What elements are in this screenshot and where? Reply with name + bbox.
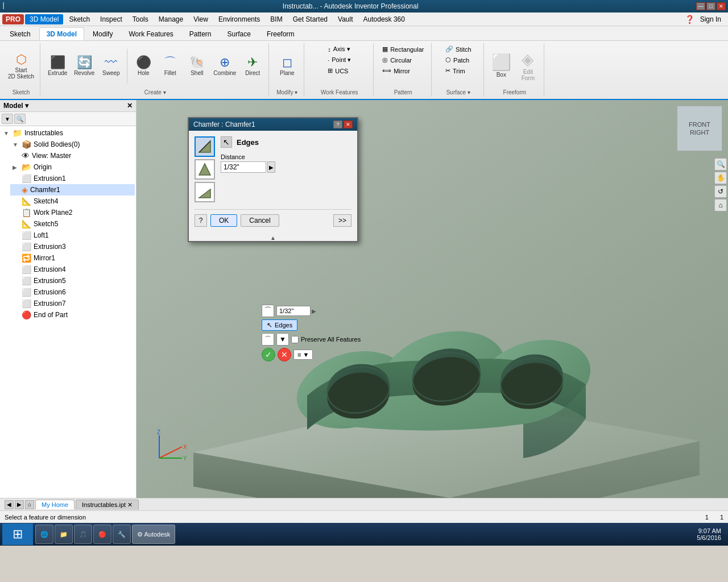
minimize-button[interactable]: — <box>696 2 705 10</box>
circular-button[interactable]: ◎ Circular <box>380 55 426 65</box>
tree-item-endofpart[interactable]: 🔴 End of Part <box>10 309 135 321</box>
start-button[interactable]: ⊞ <box>2 523 33 545</box>
taskbar-ie[interactable]: 🌐 <box>35 525 53 544</box>
chamfer-type-2[interactable] <box>195 159 215 180</box>
chamfer-type-1[interactable] <box>195 136 215 157</box>
menu-3dmodel[interactable]: 3D Model <box>25 14 63 24</box>
edit-form-button[interactable]: ◈ EditForm <box>515 49 540 84</box>
zoom-button[interactable]: 🔍 <box>714 158 727 171</box>
tree-item-solidbodies[interactable]: ▼ 📦 Solid Bodies(0) <box>10 139 135 150</box>
nav-home-button[interactable]: ⌂ <box>25 500 34 509</box>
ucs-button[interactable]: ⊞ UCS <box>325 66 353 76</box>
orbit-button[interactable]: ↺ <box>714 185 727 198</box>
chamfer-expand-button[interactable]: >> <box>333 214 351 227</box>
taskbar-explorer[interactable]: 📁 <box>55 525 73 544</box>
menu-sketch[interactable]: Sketch <box>64 14 94 24</box>
navigation-cube[interactable]: FRONTRIGHT <box>677 106 722 151</box>
axis-button[interactable]: ↕ Axis ▾ <box>325 44 353 54</box>
nav-right-button[interactable]: ▶ <box>15 500 24 509</box>
tree-item-extrusion7[interactable]: ⬜ Extrusion7 <box>10 298 135 309</box>
tree-item-viewmaster[interactable]: 👁 View: Master <box>10 150 135 161</box>
tree-item-workplane2[interactable]: 📋 Work Plane2 <box>10 207 135 218</box>
sign-in-button[interactable]: Sign In <box>696 14 726 24</box>
mini-arrow-button[interactable]: ▶ <box>312 308 316 314</box>
direct-button[interactable]: ✈ Direct <box>240 54 265 78</box>
menu-autodesk360[interactable]: Autodesk 360 <box>359 14 410 24</box>
tree-item-loft1[interactable]: ⬜ Loft1 <box>10 230 135 241</box>
tab-myhome[interactable]: My Home <box>35 500 75 509</box>
help-icon[interactable]: ❓ <box>685 15 694 24</box>
extrude-button[interactable]: ⬛ Extrude <box>45 54 70 78</box>
tree-item-extrusion5[interactable]: ⬜ Extrusion5 <box>10 275 135 286</box>
sweep-button[interactable]: 〰 Sweep <box>98 54 123 78</box>
tree-item-extrusion3[interactable]: ⬜ Extrusion3 <box>10 241 135 252</box>
chamfer-type-3[interactable] <box>195 182 215 202</box>
trim-button[interactable]: ✂ Trim <box>443 66 474 76</box>
box-button[interactable]: ⬜ Box <box>489 52 514 80</box>
tab-surface[interactable]: Surface <box>220 27 258 40</box>
taskbar-autodesk[interactable]: ⚙ Autodesk <box>132 525 175 544</box>
chamfer-dialog-help-button[interactable]: ? <box>195 214 207 227</box>
close-button[interactable]: ✕ <box>717 2 726 10</box>
pan-button[interactable]: ✋ <box>714 172 727 184</box>
plane-button[interactable]: ◻ Plane <box>275 54 300 78</box>
tree-item-chamfer1[interactable]: ◈ Chamfer1 <box>10 184 135 196</box>
mini-dropdown1[interactable]: ▼ <box>276 333 289 346</box>
mini-edges-button[interactable]: ↖ Edges <box>262 319 297 331</box>
tree-item-extrusion4[interactable]: ⬜ Extrusion4 <box>10 264 135 275</box>
tree-item-sketch4[interactable]: 📐 Sketch4 <box>10 196 135 207</box>
tree-item-origin[interactable]: ▶ 📂 Origin <box>10 161 135 173</box>
tree-item-extrusion1[interactable]: ⬜ Extrusion1 <box>10 173 135 184</box>
menu-manage[interactable]: Manage <box>154 14 188 24</box>
mini-cancel-button[interactable]: ✕ <box>278 348 291 361</box>
tab-3dmodel[interactable]: 3D Model <box>39 27 84 40</box>
tree-item-extrusion6[interactable]: ⬜ Extrusion6 <box>10 286 135 298</box>
menu-vault[interactable]: Vault <box>333 14 357 24</box>
distance-input[interactable] <box>221 161 266 173</box>
patch-button[interactable]: ⬡ Patch <box>443 55 474 65</box>
home-button[interactable]: ⌂ <box>714 199 727 211</box>
tree-item-mirror1[interactable]: 🔁 Mirror1 <box>10 252 135 264</box>
search-button[interactable]: 🔍 <box>14 114 26 124</box>
taskbar-app2[interactable]: 🔧 <box>113 525 131 544</box>
mini-distance-icon[interactable]: ⌒ <box>262 305 274 317</box>
revolve-button[interactable]: 🔄 Revolve <box>72 54 97 78</box>
menu-bim[interactable]: BIM <box>266 14 287 24</box>
distance-increment-button[interactable]: ▶ <box>267 161 275 173</box>
taskbar-app1[interactable]: 🔴 <box>93 525 111 544</box>
rectangular-button[interactable]: ▦ Rectangular <box>380 44 426 54</box>
menu-pro[interactable]: PRO <box>2 14 24 24</box>
tab-instructables[interactable]: Instructables.ipt ✕ <box>76 500 139 510</box>
tab-sketch[interactable]: Sketch <box>2 27 38 40</box>
fillet-button[interactable]: ⌒ Fillet <box>158 54 183 78</box>
start-2d-sketch-button[interactable]: ⬡ Start2D Sketch <box>6 51 36 82</box>
mini-ok-button[interactable]: ✓ <box>262 348 275 361</box>
filter-button[interactable]: ▼ <box>2 114 13 124</box>
tree-item-instructables[interactable]: ▼ 📁 Instructables <box>1 127 135 139</box>
menu-view[interactable]: View <box>189 14 213 24</box>
menu-tools[interactable]: Tools <box>128 14 153 24</box>
tree-item-sketch5[interactable]: 📐 Sketch5 <box>10 218 135 230</box>
3d-viewport[interactable]: FRONTRIGHT 🔍 ✋ ↺ ⌂ X Z Y <box>136 100 728 498</box>
chamfer-cancel-button[interactable]: Cancel <box>241 214 279 227</box>
mini-distance-input[interactable] <box>276 306 311 316</box>
sidebar-close[interactable]: ✕ <box>127 102 133 110</box>
tab-freeform[interactable]: Freeform <box>259 27 302 40</box>
mirror-button[interactable]: ⟺ Mirror <box>380 66 426 76</box>
menu-environments[interactable]: Environments <box>214 14 264 24</box>
maximize-button[interactable]: □ <box>706 2 715 10</box>
tab-workfeatures[interactable]: Work Features <box>121 27 180 40</box>
tab-pattern[interactable]: Pattern <box>182 27 219 40</box>
nav-left-button[interactable]: ◀ <box>5 500 14 509</box>
point-button[interactable]: · Point ▾ <box>325 55 353 65</box>
hole-button[interactable]: ⚫ Hole <box>131 54 156 78</box>
menu-inspect[interactable]: Inspect <box>96 14 127 24</box>
mini-icon1[interactable]: ⌒ <box>262 333 274 346</box>
taskbar-media[interactable]: 🎵 <box>74 525 92 544</box>
combine-button[interactable]: ⊕ Combine <box>211 54 238 78</box>
chamfer-help[interactable]: ? <box>333 120 342 128</box>
preserve-features-checkbox[interactable] <box>291 336 299 343</box>
shell-button[interactable]: 🐚 Shell <box>184 54 209 78</box>
menu-getstarted[interactable]: Get Started <box>288 14 332 24</box>
chamfer-close-button[interactable]: ✕ <box>344 120 353 128</box>
